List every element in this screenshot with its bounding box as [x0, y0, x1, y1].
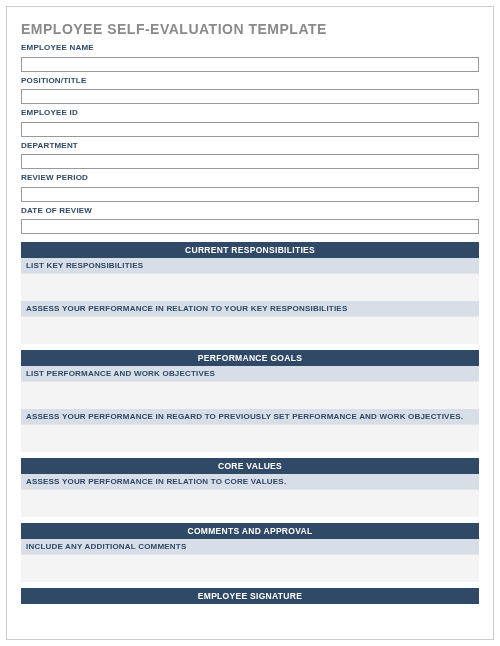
section-performance-goals: PERFORMANCE GOALS LIST PERFORMANCE AND W…: [21, 350, 479, 452]
header-employee-signature: EMPLOYEE SIGNATURE: [21, 588, 479, 604]
input-date-of-review[interactable]: [21, 219, 479, 234]
form-page: EMPLOYEE SELF-EVALUATION TEMPLATE EMPLOY…: [6, 6, 494, 640]
field-date-of-review: DATE OF REVIEW: [21, 206, 479, 235]
label-department: DEPARTMENT: [21, 141, 479, 150]
sub-assess-responsibilities: ASSESS YOUR PERFORMANCE IN RELATION TO Y…: [21, 301, 479, 316]
header-performance-goals: PERFORMANCE GOALS: [21, 350, 479, 366]
field-review-period: REVIEW PERIOD: [21, 173, 479, 202]
field-employee-id: EMPLOYEE ID: [21, 108, 479, 137]
field-department: DEPARTMENT: [21, 141, 479, 170]
box-list-responsibilities[interactable]: [21, 273, 479, 301]
input-position-title[interactable]: [21, 89, 479, 104]
box-additional-comments[interactable]: [21, 554, 479, 582]
page-title: EMPLOYEE SELF-EVALUATION TEMPLATE: [21, 21, 479, 37]
input-department[interactable]: [21, 154, 479, 169]
label-position-title: POSITION/TITLE: [21, 76, 479, 85]
box-assess-objectives[interactable]: [21, 424, 479, 452]
header-core-values: CORE VALUES: [21, 458, 479, 474]
section-employee-signature: EMPLOYEE SIGNATURE: [21, 588, 479, 604]
header-comments-approval: COMMENTS AND APPROVAL: [21, 523, 479, 539]
input-review-period[interactable]: [21, 187, 479, 202]
header-current-responsibilities: CURRENT RESPONSIBILITIES: [21, 242, 479, 258]
input-employee-name[interactable]: [21, 57, 479, 72]
sub-assess-objectives: ASSESS YOUR PERFORMANCE IN REGARD TO PRE…: [21, 409, 479, 424]
section-current-responsibilities: CURRENT RESPONSIBILITIES LIST KEY RESPON…: [21, 242, 479, 344]
sub-additional-comments: INCLUDE ANY ADDITIONAL COMMENTS: [21, 539, 479, 554]
sub-list-responsibilities: LIST KEY RESPONSIBILITIES: [21, 258, 479, 273]
box-assess-responsibilities[interactable]: [21, 316, 479, 344]
box-assess-core-values[interactable]: [21, 489, 479, 517]
section-comments-approval: COMMENTS AND APPROVAL INCLUDE ANY ADDITI…: [21, 523, 479, 582]
label-employee-id: EMPLOYEE ID: [21, 108, 479, 117]
field-employee-name: EMPLOYEE NAME: [21, 43, 479, 72]
label-employee-name: EMPLOYEE NAME: [21, 43, 479, 52]
input-employee-id[interactable]: [21, 122, 479, 137]
sub-assess-core-values: ASSESS YOUR PERFORMANCE IN RELATION TO C…: [21, 474, 479, 489]
box-list-objectives[interactable]: [21, 381, 479, 409]
label-review-period: REVIEW PERIOD: [21, 173, 479, 182]
field-position-title: POSITION/TITLE: [21, 76, 479, 105]
section-core-values: CORE VALUES ASSESS YOUR PERFORMANCE IN R…: [21, 458, 479, 517]
label-date-of-review: DATE OF REVIEW: [21, 206, 479, 215]
sub-list-objectives: LIST PERFORMANCE AND WORK OBJECTIVES: [21, 366, 479, 381]
